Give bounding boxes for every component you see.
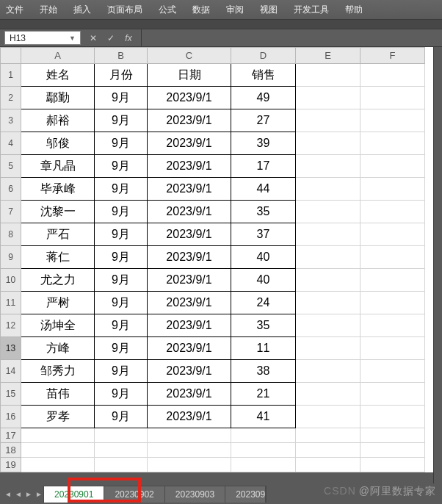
data-cell[interactable]: 销售 bbox=[231, 64, 296, 87]
sheet-tab[interactable]: Sheet1 bbox=[265, 486, 267, 503]
sheet-tab[interactable]: 20230903 bbox=[164, 486, 225, 503]
column-header[interactable]: B bbox=[95, 48, 148, 64]
data-cell[interactable]: 9月 bbox=[95, 337, 148, 360]
data-cell[interactable]: 2023/9/1 bbox=[148, 314, 231, 337]
data-cell[interactable]: 9月 bbox=[95, 246, 148, 269]
data-cell[interactable]: 9月 bbox=[95, 87, 148, 109]
data-cell[interactable]: 2023/9/1 bbox=[148, 406, 231, 428]
tab-nav-button[interactable]: ◄ bbox=[3, 490, 13, 498]
empty-cell[interactable] bbox=[361, 337, 425, 360]
data-cell[interactable]: 沈黎一 bbox=[21, 201, 95, 223]
menu-item[interactable]: 数据 bbox=[192, 4, 210, 16]
menu-item[interactable]: 审阅 bbox=[226, 4, 244, 16]
empty-cell[interactable] bbox=[361, 458, 425, 472]
empty-cell[interactable] bbox=[296, 223, 361, 246]
empty-cell[interactable] bbox=[21, 428, 95, 443]
empty-cell[interactable] bbox=[296, 360, 361, 383]
empty-cell[interactable] bbox=[361, 360, 425, 383]
menu-item[interactable]: 帮助 bbox=[345, 4, 363, 16]
empty-cell[interactable] bbox=[296, 64, 361, 87]
tab-nav-button[interactable]: ► bbox=[34, 490, 44, 498]
empty-cell[interactable] bbox=[296, 458, 361, 472]
row-header[interactable]: 17 bbox=[1, 428, 21, 443]
empty-cell[interactable] bbox=[95, 443, 148, 458]
empty-cell[interactable] bbox=[296, 337, 361, 360]
empty-cell[interactable] bbox=[296, 87, 361, 109]
empty-cell[interactable] bbox=[296, 292, 361, 314]
data-cell[interactable]: 2023/9/1 bbox=[148, 132, 231, 155]
empty-cell[interactable] bbox=[148, 443, 231, 458]
row-header[interactable]: 5 bbox=[1, 155, 21, 178]
row-header[interactable]: 2 bbox=[1, 87, 21, 109]
data-cell[interactable]: 罗孝 bbox=[21, 406, 95, 428]
empty-cell[interactable] bbox=[296, 383, 361, 406]
data-cell[interactable]: 9月 bbox=[95, 201, 148, 223]
row-header[interactable]: 15 bbox=[1, 383, 21, 406]
formula-input[interactable] bbox=[141, 29, 442, 46]
empty-cell[interactable] bbox=[95, 428, 148, 443]
menu-item[interactable]: 公式 bbox=[159, 4, 176, 16]
empty-cell[interactable] bbox=[296, 155, 361, 178]
data-cell[interactable]: 郝裕 bbox=[21, 109, 95, 132]
data-cell[interactable]: 9月 bbox=[95, 155, 148, 178]
empty-cell[interactable] bbox=[296, 246, 361, 269]
data-cell[interactable]: 姓名 bbox=[21, 64, 95, 87]
row-header[interactable]: 16 bbox=[1, 406, 21, 428]
data-cell[interactable]: 17 bbox=[231, 155, 296, 178]
empty-cell[interactable] bbox=[296, 443, 361, 458]
empty-cell[interactable] bbox=[361, 64, 425, 87]
row-header[interactable]: 19 bbox=[1, 458, 21, 472]
empty-cell[interactable] bbox=[361, 178, 425, 201]
data-cell[interactable]: 尤之力 bbox=[21, 269, 95, 292]
cancel-icon[interactable]: ✕ bbox=[88, 33, 98, 43]
empty-cell[interactable] bbox=[95, 458, 148, 472]
data-cell[interactable]: 9月 bbox=[95, 314, 148, 337]
empty-cell[interactable] bbox=[361, 443, 425, 458]
empty-cell[interactable] bbox=[296, 314, 361, 337]
row-header[interactable]: 13 bbox=[1, 337, 21, 360]
menu-item[interactable]: 插入 bbox=[73, 4, 91, 16]
empty-cell[interactable] bbox=[296, 132, 361, 155]
menu-item[interactable]: 开始 bbox=[40, 4, 57, 16]
empty-cell[interactable] bbox=[361, 406, 425, 428]
empty-cell[interactable] bbox=[361, 246, 425, 269]
data-cell[interactable]: 鄢勤 bbox=[21, 87, 95, 109]
data-cell[interactable]: 苗伟 bbox=[21, 383, 95, 406]
tab-nav-button[interactable]: ◄ bbox=[13, 490, 23, 498]
data-cell[interactable]: 汤坤全 bbox=[21, 314, 95, 337]
data-cell[interactable]: 2023/9/1 bbox=[148, 223, 231, 246]
data-cell[interactable]: 严石 bbox=[21, 223, 95, 246]
empty-cell[interactable] bbox=[231, 443, 296, 458]
data-cell[interactable]: 2023/9/1 bbox=[148, 246, 231, 269]
column-header[interactable]: D bbox=[231, 48, 296, 64]
data-cell[interactable]: 蒋仁 bbox=[21, 246, 95, 269]
data-cell[interactable]: 9月 bbox=[95, 178, 148, 201]
column-header[interactable]: F bbox=[361, 48, 425, 64]
empty-cell[interactable] bbox=[21, 458, 95, 472]
menu-item[interactable]: 开发工具 bbox=[294, 4, 329, 16]
empty-cell[interactable] bbox=[21, 443, 95, 458]
sheet-tab[interactable]: 20230904 bbox=[225, 486, 266, 503]
data-cell[interactable]: 章凡晶 bbox=[21, 155, 95, 178]
data-cell[interactable]: 9月 bbox=[95, 223, 148, 246]
data-cell[interactable]: 24 bbox=[231, 292, 296, 314]
name-box[interactable]: H13 ▼ bbox=[4, 31, 81, 45]
row-header[interactable]: 14 bbox=[1, 360, 21, 383]
empty-cell[interactable] bbox=[296, 406, 361, 428]
column-header[interactable]: E bbox=[296, 48, 361, 64]
empty-cell[interactable] bbox=[231, 428, 296, 443]
tab-nav-button[interactable]: ► bbox=[23, 490, 34, 498]
empty-cell[interactable] bbox=[296, 428, 361, 443]
column-header[interactable]: A bbox=[21, 48, 95, 64]
data-cell[interactable]: 毕承峰 bbox=[21, 178, 95, 201]
empty-cell[interactable] bbox=[361, 109, 425, 132]
spreadsheet-grid[interactable]: ABCDEF 1姓名月份日期销售2鄢勤9月2023/9/1493郝裕9月2023… bbox=[0, 47, 442, 472]
data-cell[interactable]: 2023/9/1 bbox=[148, 337, 231, 360]
data-cell[interactable]: 35 bbox=[231, 314, 296, 337]
data-cell[interactable]: 9月 bbox=[95, 406, 148, 428]
data-cell[interactable]: 44 bbox=[231, 178, 296, 201]
menu-item[interactable]: 视图 bbox=[260, 4, 278, 16]
data-cell[interactable]: 2023/9/1 bbox=[148, 269, 231, 292]
empty-cell[interactable] bbox=[296, 269, 361, 292]
data-cell[interactable]: 9月 bbox=[95, 360, 148, 383]
